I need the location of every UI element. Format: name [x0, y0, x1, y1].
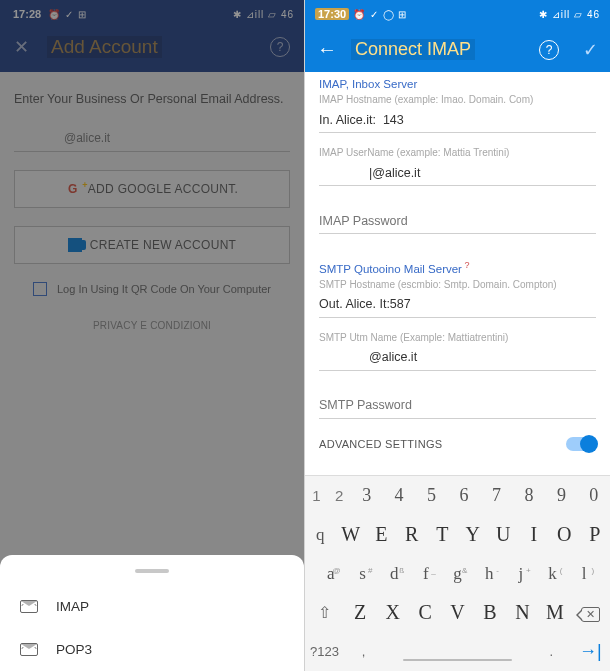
key-q[interactable]: q: [305, 525, 336, 545]
status-time: 17:30: [315, 8, 349, 20]
sheet-pop3-label: POP3: [56, 642, 92, 657]
key-z[interactable]: Z: [344, 601, 376, 624]
right-app-header: 17:30 ⏰ ✓ ◯ ⊞ ✱ ⊿ill ▱ 46 ← Connect IMAP…: [305, 0, 610, 72]
key-7[interactable]: 7: [480, 485, 512, 506]
imap-host-hint: IMAP Hostname (example: Imao. Domain. Co…: [319, 94, 596, 105]
page-title: Connect IMAP: [351, 39, 475, 60]
smtp-password-input[interactable]: [319, 393, 596, 419]
imap-section-label: IMAP, Inbox Server: [319, 78, 596, 90]
space-key[interactable]: [389, 639, 526, 665]
key-b[interactable]: B: [474, 601, 506, 624]
smtp-username-input[interactable]: [319, 345, 596, 371]
key-y[interactable]: Y: [458, 523, 489, 546]
smtp-section-label: SMTP Qutooino Mail Server: [319, 260, 596, 275]
key-row-3: ⇧ ZXCVBNM✕: [305, 593, 610, 632]
comma-key[interactable]: ,: [344, 644, 383, 659]
key-c[interactable]: C: [409, 601, 441, 624]
sheet-handle[interactable]: [135, 569, 169, 573]
imap-hostname-input[interactable]: [319, 107, 596, 133]
shift-key[interactable]: ⇧: [305, 603, 344, 622]
key-4[interactable]: 4: [383, 485, 415, 506]
key-h[interactable]: h-: [473, 564, 505, 584]
account-type-sheet: IMAP POP3: [0, 555, 304, 671]
key-row-numbers: 1234567890: [305, 476, 610, 515]
key-o[interactable]: O: [549, 523, 580, 546]
key-2[interactable]: 2: [328, 487, 351, 504]
imap-password-input[interactable]: [319, 208, 596, 234]
sheet-item-imap[interactable]: IMAP: [0, 585, 304, 628]
back-arrow-icon[interactable]: ←: [317, 38, 337, 61]
key-p[interactable]: P: [580, 523, 611, 546]
symbols-key[interactable]: ?123: [305, 644, 344, 659]
smtp-user-hint: SMTP Utm Name (Example: Mattiatrentini): [319, 332, 596, 343]
advanced-settings-toggle[interactable]: [566, 437, 596, 451]
key-i[interactable]: I: [519, 523, 550, 546]
key-s[interactable]: s#: [347, 564, 379, 584]
smtp-host-hint: SMTP Hostname (escmbio: Smtp. Domain. Co…: [319, 279, 596, 290]
soft-keyboard: 1234567890 qWERTYUIOP a@s#dßf_g&h-j+k(l)…: [305, 475, 610, 671]
status-left-icons: ⏰ ✓ ◯ ⊞: [353, 9, 407, 20]
key-w[interactable]: W: [336, 523, 367, 546]
advanced-settings-label: ADVANCED SETTINGS: [319, 438, 442, 450]
mail-icon: [20, 643, 38, 656]
sheet-item-pop3[interactable]: POP3: [0, 628, 304, 671]
key-3[interactable]: 3: [350, 485, 382, 506]
confirm-check-icon[interactable]: ✓: [583, 39, 598, 61]
key-k[interactable]: k(: [537, 564, 569, 584]
key-l[interactable]: l): [568, 564, 600, 584]
key-m[interactable]: M: [539, 601, 571, 624]
period-key[interactable]: .: [532, 644, 571, 659]
key-j[interactable]: j+: [505, 564, 537, 584]
key-1[interactable]: 1: [305, 487, 328, 504]
key-f[interactable]: f_: [410, 564, 442, 584]
key-6[interactable]: 6: [448, 485, 480, 506]
key-v[interactable]: V: [441, 601, 473, 624]
key-g[interactable]: g&: [442, 564, 474, 584]
sheet-imap-label: IMAP: [56, 599, 89, 614]
key-5[interactable]: 5: [415, 485, 447, 506]
key-a[interactable]: a@: [315, 564, 347, 584]
key-x[interactable]: X: [376, 601, 408, 624]
smtp-hostname-input[interactable]: [319, 292, 596, 318]
help-icon[interactable]: ?: [539, 40, 559, 60]
status-bar: 17:30 ⏰ ✓ ◯ ⊞ ✱ ⊿ill ▱ 46: [305, 0, 610, 28]
next-key[interactable]: →|: [571, 641, 610, 662]
key-d[interactable]: dß: [378, 564, 410, 584]
key-n[interactable]: N: [506, 601, 538, 624]
key-u[interactable]: U: [488, 523, 519, 546]
key-row-2: a@s#dßf_g&h-j+k(l): [305, 554, 610, 593]
backspace-key[interactable]: ✕: [571, 604, 610, 622]
key-0[interactable]: 0: [578, 485, 610, 506]
key-9[interactable]: 9: [545, 485, 577, 506]
key-t[interactable]: T: [427, 523, 458, 546]
mail-icon: [20, 600, 38, 613]
status-right-icons: ✱ ⊿ill ▱ 46: [539, 9, 600, 20]
key-r[interactable]: R: [397, 523, 428, 546]
imap-username-input[interactable]: [319, 160, 596, 186]
key-e[interactable]: E: [366, 523, 397, 546]
key-row-1: qWERTYUIOP: [305, 515, 610, 554]
imap-user-hint: IMAP UserName (example: Mattia Trentini): [319, 147, 596, 158]
key-8[interactable]: 8: [513, 485, 545, 506]
